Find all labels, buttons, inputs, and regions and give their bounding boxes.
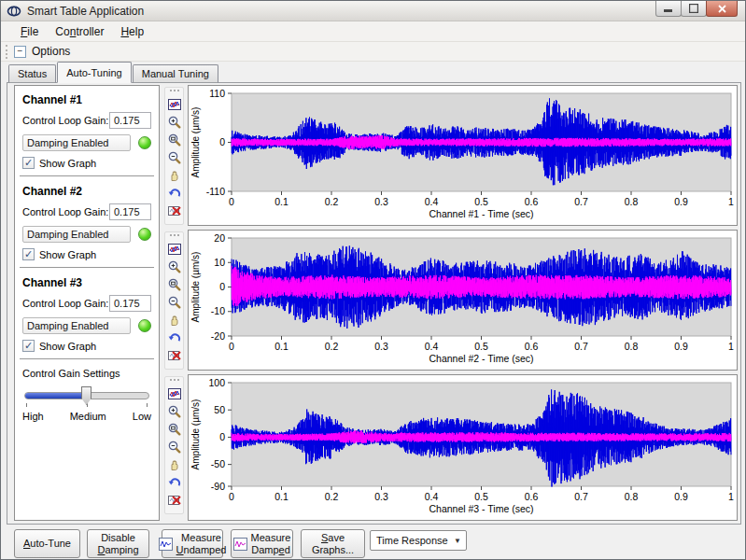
waveform-chart-channel-1: 1100-11000.10.20.30.40.50.60.70.80.91Cha… — [188, 85, 738, 226]
x-tick-label: 0.1 — [274, 491, 289, 502]
channel-title: Channel #1 — [22, 93, 151, 106]
toolbar-gripper[interactable] — [170, 234, 179, 238]
close-button[interactable] — [706, 1, 738, 17]
tab-auto-tuning[interactable]: Auto-Tuning — [57, 62, 132, 83]
chart-toolbar-2 — [164, 231, 184, 370]
clear-graph-button[interactable] — [166, 346, 183, 364]
show-graph-label: Show Graph — [39, 249, 96, 260]
menu-controller[interactable]: Controller — [47, 23, 112, 40]
minimize-button[interactable] — [655, 1, 682, 17]
toolbar-gripper[interactable] — [170, 90, 179, 93]
damping-enabled-button-ch3[interactable]: Damping Enabled — [22, 317, 131, 334]
group-separator — [20, 267, 154, 269]
save-graphs-button[interactable]: SaveGraphs... — [301, 529, 365, 558]
y-tick-label: -10 — [211, 305, 225, 316]
options-label: Options — [32, 45, 70, 58]
x-axis-label: Channel #2 - Time (sec) — [429, 353, 533, 364]
y-axis-label: Amplitude (µm/s) — [190, 252, 201, 323]
zoom-window-button[interactable] — [166, 275, 183, 293]
undo-button[interactable] — [166, 184, 183, 202]
zoom-in-icon — [167, 259, 182, 274]
x-tick-label: 0 — [229, 341, 234, 352]
slider-label-high: High — [22, 411, 44, 422]
clear-graph-button[interactable] — [166, 202, 183, 219]
zoom-in-button[interactable] — [166, 402, 183, 420]
clear-graph-icon — [167, 203, 182, 218]
gain-input-ch2[interactable] — [109, 203, 151, 220]
damped-waveform-icon — [233, 538, 247, 551]
menu-file[interactable]: File — [12, 23, 47, 40]
zoom-out-button[interactable] — [166, 148, 183, 166]
x-axis-label: Channel #1 - Time (sec) — [429, 208, 533, 219]
y-tick-label: -90 — [211, 481, 225, 492]
gain-label: Control Loop Gain: — [22, 115, 108, 126]
undo-button[interactable] — [166, 329, 183, 346]
channel-3-group: Channel #3 Control Loop Gain: Damping En… — [22, 276, 151, 352]
x-tick-label: 0.1 — [274, 196, 289, 207]
undo-icon — [167, 186, 182, 201]
menu-help[interactable]: Help — [112, 23, 152, 40]
gain-input-ch3[interactable] — [109, 295, 151, 312]
show-graph-label: Show Graph — [39, 341, 96, 352]
show-graph-checkbox-ch1[interactable] — [22, 157, 35, 169]
undo-icon — [167, 475, 182, 490]
tab-manual-tuning[interactable]: Manual Tuning — [133, 64, 218, 83]
damping-enabled-button-ch1[interactable]: Damping Enabled — [22, 134, 131, 151]
channel-title: Channel #2 — [22, 185, 151, 198]
x-tick-label: 0.5 — [474, 341, 488, 352]
x-axis-label: Channel #3 - Time (sec) — [429, 503, 533, 514]
toolbar-gripper[interactable] — [170, 379, 179, 383]
x-tick-label: 0.6 — [525, 196, 539, 207]
maximize-button[interactable] — [681, 1, 707, 17]
gain-slider-thumb[interactable] — [81, 386, 91, 405]
pan-hand-icon — [167, 168, 182, 183]
slider-label-low: Low — [133, 411, 151, 422]
x-tick-label: 0.3 — [374, 491, 388, 502]
zoom-out-icon — [167, 295, 182, 310]
response-type-select[interactable]: Time Response ▼ — [370, 530, 467, 551]
zoom-window-button[interactable] — [166, 131, 183, 148]
toolbar-gripper[interactable] — [6, 45, 9, 59]
clear-graph-icon — [167, 348, 182, 363]
x-tick-label: 0.7 — [574, 341, 588, 352]
show-graph-checkbox-ch2[interactable] — [22, 248, 35, 260]
x-tick-label: 0.6 — [525, 341, 539, 352]
gain-input-ch1[interactable] — [109, 112, 151, 129]
graph-properties-button[interactable] — [166, 95, 183, 113]
graph-properties-button[interactable] — [166, 385, 183, 402]
graph-properties-icon — [167, 242, 182, 257]
x-tick-label: 1 — [728, 491, 734, 502]
pan-hand-button[interactable] — [166, 166, 183, 184]
x-tick-label: 0.2 — [325, 196, 339, 207]
zoom-in-button[interactable] — [166, 113, 183, 131]
chevron-down-icon: ▼ — [449, 537, 466, 545]
control-gain-settings-label: Control Gain Settings — [22, 368, 151, 379]
channel-settings-panel: Channel #1 Control Loop Gain: Damping En… — [14, 85, 160, 521]
damping-status-led — [138, 136, 151, 149]
x-tick-label: 0.7 — [574, 491, 588, 502]
pan-hand-button[interactable] — [166, 455, 183, 473]
damping-enabled-button-ch2[interactable]: Damping Enabled — [22, 226, 131, 243]
zoom-in-button[interactable] — [166, 258, 183, 275]
auto-tune-button[interactable]: Auto-Tune — [14, 529, 80, 558]
zoom-in-icon — [167, 404, 182, 419]
show-graph-checkbox-ch3[interactable] — [22, 340, 35, 352]
y-tick-label: -110 — [206, 186, 225, 197]
undo-button[interactable] — [166, 473, 183, 491]
measure-undamped-button[interactable]: MeasureUndamped — [162, 529, 223, 558]
graph-properties-icon — [167, 97, 182, 112]
pan-hand-button[interactable] — [166, 311, 183, 329]
zoom-out-button[interactable] — [166, 438, 183, 455]
y-tick-label: -50 — [211, 458, 225, 469]
y-tick-label: -20 — [211, 330, 225, 342]
clear-graph-button[interactable] — [166, 491, 183, 509]
gain-slider[interactable] — [24, 392, 149, 399]
collapse-expander-icon[interactable]: − — [14, 46, 26, 58]
zoom-window-button[interactable] — [166, 420, 183, 438]
zoom-out-button[interactable] — [166, 293, 183, 311]
damping-status-led — [138, 319, 151, 332]
tab-status[interactable]: Status — [8, 64, 56, 83]
graph-properties-button[interactable] — [166, 240, 183, 258]
measure-damped-button[interactable]: MeasureDamped — [231, 529, 293, 558]
disable-damping-button[interactable]: DisableDamping — [87, 529, 149, 558]
